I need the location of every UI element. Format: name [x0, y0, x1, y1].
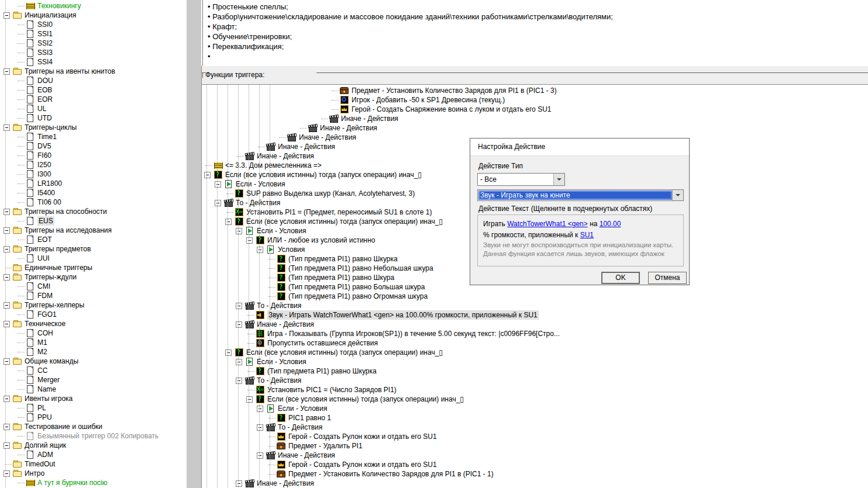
- list-item[interactable]: UTD: [0, 113, 187, 123]
- collapse-expander[interactable]: [4, 470, 10, 477]
- action-filter-combobox[interactable]: - Все: [477, 173, 565, 186]
- list-item[interactable]: EOB: [0, 85, 187, 95]
- list-item[interactable]: Единичные триггеры: [0, 263, 187, 272]
- tree-row[interactable]: ?(Тип предмета PI1) равно Огромная шкура: [202, 292, 868, 301]
- tree-row[interactable]: X=Установить PIC1 = (Число Зарядов PI1): [202, 385, 868, 394]
- tree-row[interactable]: Пропустить оставшиеся действия: [202, 338, 868, 348]
- list-item[interactable]: EOT: [0, 235, 187, 244]
- list-item[interactable]: Ивенты игрока: [0, 394, 187, 403]
- list-item[interactable]: Триггеры-хелперы: [0, 300, 187, 310]
- list-item[interactable]: LR1800: [0, 179, 187, 188]
- tree-row[interactable]: ?(Тип предмета PI1) равно Шкурка: [202, 366, 868, 376]
- collapse-expander[interactable]: [4, 12, 10, 19]
- tree-row[interactable]: То - Действия: [202, 423, 868, 432]
- list-item[interactable]: SSI2: [0, 39, 187, 48]
- list-item[interactable]: Инициализация: [0, 11, 187, 20]
- collapse-expander[interactable]: [4, 396, 10, 402]
- tree-row[interactable]: Герой - Создать Рулон кожи и отдать его …: [202, 432, 868, 441]
- action-param-link[interactable]: 100.00: [600, 220, 621, 228]
- collapse-expander[interactable]: [4, 124, 10, 131]
- list-item[interactable]: M1: [0, 338, 187, 347]
- cancel-button[interactable]: Отмена: [648, 272, 687, 284]
- list-item[interactable]: Интро: [0, 469, 187, 478]
- list-item[interactable]: COH: [0, 328, 187, 338]
- list-item[interactable]: I250: [0, 160, 187, 169]
- tree-row[interactable]: Иначе - Действия: [202, 451, 868, 460]
- list-item[interactable]: Тестирование и ошибки: [0, 422, 187, 431]
- action-type-combobox[interactable]: Звук - Играть звук на юните: [477, 189, 684, 201]
- tree-row[interactable]: ?Если (все условия истинны) тогда (запус…: [202, 394, 868, 404]
- list-item[interactable]: ADM: [0, 450, 187, 459]
- tree-row[interactable]: Предмет - Установить Количество Зарядов …: [202, 86, 868, 95]
- list-item[interactable]: EUS: [0, 216, 187, 226]
- list-item[interactable]: Техновикингу: [0, 1, 187, 11]
- list-item[interactable]: CMI: [0, 282, 187, 291]
- list-item[interactable]: Триггеры на способности: [0, 207, 187, 216]
- list-item[interactable]: SSI4: [0, 57, 187, 67]
- tree-row[interactable]: Если - Условия: [202, 404, 868, 413]
- collapse-expander[interactable]: [4, 274, 10, 281]
- tree-row[interactable]: Иначе - Действия: [202, 320, 868, 329]
- list-item[interactable]: Триггеры предметов: [0, 244, 187, 254]
- list-item[interactable]: I5400: [0, 188, 187, 198]
- tree-row[interactable]: Предмет - Удалить PI1: [202, 441, 868, 451]
- list-item[interactable]: Триггеры на ивенты юнитов: [0, 67, 187, 76]
- list-item[interactable]: PL: [0, 403, 187, 413]
- list-item[interactable]: Общие команды: [0, 357, 187, 366]
- tree-row[interactable]: Иначе - Действия: [202, 123, 868, 133]
- list-item[interactable]: Долгий ящик: [0, 441, 187, 450]
- list-item[interactable]: TimedOut: [0, 459, 187, 469]
- list-item[interactable]: SSI0: [0, 20, 187, 29]
- list-item[interactable]: FI60: [0, 151, 187, 160]
- tree-row[interactable]: Герой - Создать Рулон кожи и отдать его …: [202, 460, 868, 469]
- tree-row[interactable]: Иначе - Действия: [202, 479, 868, 488]
- list-item[interactable]: Триггеры-ждули: [0, 272, 187, 282]
- ok-button[interactable]: OK: [601, 272, 640, 284]
- list-item[interactable]: PPU: [0, 413, 187, 422]
- collapse-expander[interactable]: [4, 227, 10, 234]
- collapse-expander[interactable]: [4, 209, 10, 215]
- collapse-expander[interactable]: [4, 442, 10, 449]
- list-item[interactable]: SSI3: [0, 48, 187, 57]
- list-item[interactable]: Триггеры на исследования: [0, 226, 187, 235]
- panel-splitter[interactable]: [187, 0, 201, 488]
- tree-row[interactable]: Игра - Показывать (Группа Игроков(SP1)) …: [202, 329, 868, 338]
- list-item[interactable]: Merger: [0, 375, 187, 385]
- list-item[interactable]: FGO1: [0, 310, 187, 319]
- collapse-expander[interactable]: [4, 68, 10, 75]
- tree-row[interactable]: Герой - Создать Снаряжение воина с луком…: [202, 105, 868, 114]
- list-item[interactable]: Name: [0, 385, 187, 394]
- list-item[interactable]: SSI1: [0, 29, 187, 39]
- list-item[interactable]: Триггеры-циклы: [0, 123, 187, 132]
- comment-textarea[interactable]: • Простенькие спеллы;• Разбор\уничтожени…: [202, 0, 868, 67]
- list-item[interactable]: EOR: [0, 95, 187, 104]
- tree-row[interactable]: Иначе - Действия: [202, 114, 868, 123]
- collapse-expander[interactable]: [4, 358, 10, 365]
- collapse-expander[interactable]: [4, 424, 10, 430]
- tree-row[interactable]: ?Если (все условия истинны) тогда (запус…: [202, 348, 868, 357]
- list-item[interactable]: M2: [0, 347, 187, 357]
- tree-row[interactable]: Предмет - Установить Количество Зарядов …: [202, 469, 868, 479]
- list-item[interactable]: TI06 00: [0, 198, 187, 207]
- list-item[interactable]: I300: [0, 169, 187, 179]
- tree-row[interactable]: Игрок - Добавить -50 к SP1 Древесина (те…: [202, 95, 868, 105]
- list-item[interactable]: Техническое: [0, 319, 187, 328]
- list-item[interactable]: DV5: [0, 141, 187, 151]
- action-param-link[interactable]: SU1: [580, 231, 594, 239]
- tree-row[interactable]: То - Действия: [202, 376, 868, 385]
- list-item[interactable]: FDM: [0, 291, 187, 300]
- list-item[interactable]: CC: [0, 366, 187, 375]
- list-item[interactable]: DOU: [0, 76, 187, 85]
- tree-row[interactable]: То - Действия: [202, 301, 868, 310]
- collapse-expander[interactable]: [4, 321, 10, 327]
- tree-row[interactable]: Звук - Играть WatchTowerWhat1 <gen> на 1…: [202, 310, 868, 320]
- list-item[interactable]: А тут я бурячки посію: [0, 478, 187, 487]
- tree-row[interactable]: ?PIC1 равно 1: [202, 413, 868, 423]
- collapse-expander[interactable]: [4, 246, 10, 252]
- tree-row[interactable]: Если - Условия: [202, 357, 868, 366]
- list-item[interactable]: Time1: [0, 132, 187, 141]
- chevron-down-icon[interactable]: [553, 174, 564, 185]
- chevron-down-icon[interactable]: [672, 190, 683, 200]
- list-item[interactable]: UL: [0, 104, 187, 113]
- action-param-link[interactable]: WatchTowerWhat1 <gen>: [507, 220, 588, 228]
